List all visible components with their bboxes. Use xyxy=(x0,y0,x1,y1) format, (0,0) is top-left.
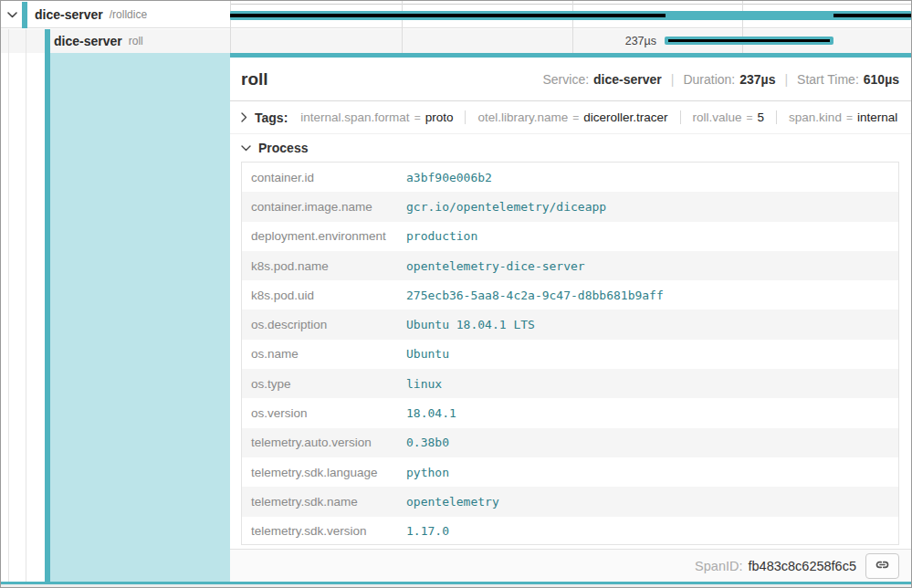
span-name-roll[interactable]: dice-server roll xyxy=(54,29,143,53)
tag-key: span.kind xyxy=(789,110,842,124)
table-row: container.image.namegcr.io/opentelemetry… xyxy=(242,192,898,221)
kv-key: os.version xyxy=(242,406,406,420)
kv-key: deployment.environment xyxy=(242,229,406,243)
service-value: dice-server xyxy=(593,72,662,87)
service-name: dice-server xyxy=(35,7,103,22)
table-row: deployment.environmentproduction xyxy=(242,222,898,251)
table-row: os.nameUbuntu xyxy=(242,340,898,369)
tag-key: otel.library.name xyxy=(477,110,568,124)
divider: | xyxy=(784,72,788,87)
critical-path-segment xyxy=(833,14,911,17)
chevron-down-icon xyxy=(241,145,251,152)
operation-name: /rolldice xyxy=(110,8,147,21)
tag-value: internal xyxy=(857,110,897,124)
divider: | xyxy=(671,72,675,87)
timeline-gridline xyxy=(742,1,743,53)
table-row: telemetry.sdk.nameopentelemetry xyxy=(242,487,898,516)
tags-summary-list: internal.span.format = proto otel.librar… xyxy=(300,110,897,124)
kv-key: os.type xyxy=(242,377,406,391)
tag-item: otel.library.name = diceroller.tracer xyxy=(465,110,667,124)
equals-sign: = xyxy=(414,111,421,124)
process-key-value-table: container.ida3bf90e006b2 container.image… xyxy=(241,162,899,545)
kv-key: k8s.pod.uid xyxy=(242,289,406,302)
kv-value: 1.17.0 xyxy=(406,524,449,538)
start-time-label: Start Time: xyxy=(797,72,859,87)
kv-key: container.image.name xyxy=(242,200,406,214)
start-time-value: 610µs xyxy=(864,72,899,87)
span-duration-label: 237µs xyxy=(556,35,656,47)
table-row: k8s.pod.nameopentelemetry-dice-server xyxy=(242,251,898,280)
tag-value: 5 xyxy=(758,110,765,124)
tags-label: Tags: xyxy=(255,110,288,125)
kv-value: Ubuntu xyxy=(406,347,449,361)
kv-key: os.description xyxy=(242,318,406,331)
kv-value: linux xyxy=(406,377,442,391)
timeline-gridline xyxy=(230,1,231,53)
span-id-label: SpanID: xyxy=(695,559,742,573)
selected-span-highlight[interactable] xyxy=(50,53,230,582)
page-bottom-strip xyxy=(1,584,911,587)
kv-key: container.id xyxy=(242,171,406,184)
kv-key: k8s.pod.name xyxy=(242,259,406,273)
kv-key: telemetry.auto.version xyxy=(242,436,406,449)
service-label: Service: xyxy=(542,72,589,87)
kv-key: os.name xyxy=(242,347,406,361)
process-accordion-header[interactable]: Process xyxy=(230,134,911,162)
critical-path-segment xyxy=(230,14,666,17)
tag-key: roll.value xyxy=(693,110,742,124)
equals-sign: = xyxy=(846,111,853,124)
operation-name: roll xyxy=(129,35,143,47)
kv-key: telemetry.sdk.language xyxy=(242,466,406,479)
span-title: roll xyxy=(241,69,268,89)
span-color-accent xyxy=(45,29,50,582)
equals-sign: = xyxy=(572,111,579,124)
tag-item: span.kind = internal xyxy=(776,110,897,124)
kv-value: opentelemetry xyxy=(406,495,499,509)
indent-guide xyxy=(8,29,9,582)
timeline-gridline xyxy=(402,1,403,53)
table-row: os.version18.04.1 xyxy=(242,398,898,427)
tag-item: roll.value = 5 xyxy=(680,110,765,124)
table-row: telemetry.sdk.version1.17.0 xyxy=(242,517,898,546)
tag-value: diceroller.tracer xyxy=(583,110,667,124)
timeline-ruler-line xyxy=(230,4,911,5)
tag-value: proto xyxy=(425,110,454,124)
tag-item: internal.span.format = proto xyxy=(300,110,453,124)
kv-value: gcr.io/opentelemetry/diceapp xyxy=(406,200,606,214)
kv-key: telemetry.sdk.version xyxy=(242,524,406,538)
jaeger-trace-view: 237µs dice-server /rolldice dice-server … xyxy=(0,0,912,588)
kv-value: python xyxy=(406,466,449,479)
tags-accordion-header[interactable]: Tags: internal.span.format = proto otel.… xyxy=(230,101,911,134)
kv-value: 0.38b0 xyxy=(406,436,449,449)
span-detail-panel: roll Service: dice-server | Duration: 23… xyxy=(230,53,911,582)
chevron-right-icon xyxy=(241,112,247,122)
kv-value: production xyxy=(406,229,477,243)
indent-guide xyxy=(26,29,26,582)
duration-label: Duration: xyxy=(683,72,735,87)
chevron-down-icon[interactable] xyxy=(5,8,19,22)
kv-value: a3bf90e006b2 xyxy=(406,171,492,184)
duration-value: 237µs xyxy=(739,72,775,87)
span-color-accent xyxy=(22,2,27,28)
kv-value: 18.04.1 xyxy=(406,406,456,420)
critical-path-segment xyxy=(668,39,830,42)
span-detail-footer: SpanID: fb483c8c6258f6c5 xyxy=(230,549,911,582)
kv-value: 275ecb36-5aa8-4c2a-9c47-d8bb681b9aff xyxy=(406,289,664,302)
table-row: telemetry.auto.version0.38b0 xyxy=(242,428,898,457)
service-name: dice-server xyxy=(54,34,122,48)
span-id-value: fb483c8c6258f6c5 xyxy=(748,559,856,573)
span-overview-stats: Service: dice-server | Duration: 237µs |… xyxy=(542,72,899,87)
table-row: telemetry.sdk.languagepython xyxy=(242,457,898,487)
link-icon xyxy=(875,557,890,575)
tag-key: internal.span.format xyxy=(300,110,409,124)
deep-link-button[interactable] xyxy=(865,553,899,579)
process-label: Process xyxy=(258,141,308,155)
span-name-rolldice[interactable]: dice-server /rolldice xyxy=(35,1,147,28)
kv-value: opentelemetry-dice-server xyxy=(406,259,585,273)
table-row: os.typelinux xyxy=(242,369,898,398)
table-row: os.descriptionUbuntu 18.04.1 LTS xyxy=(242,310,898,339)
kv-key: telemetry.sdk.name xyxy=(242,495,406,509)
table-row: k8s.pod.uid275ecb36-5aa8-4c2a-9c47-d8bb6… xyxy=(242,280,898,310)
kv-value: Ubuntu 18.04.1 LTS xyxy=(406,318,535,331)
span-detail-header: roll Service: dice-server | Duration: 23… xyxy=(230,58,911,101)
